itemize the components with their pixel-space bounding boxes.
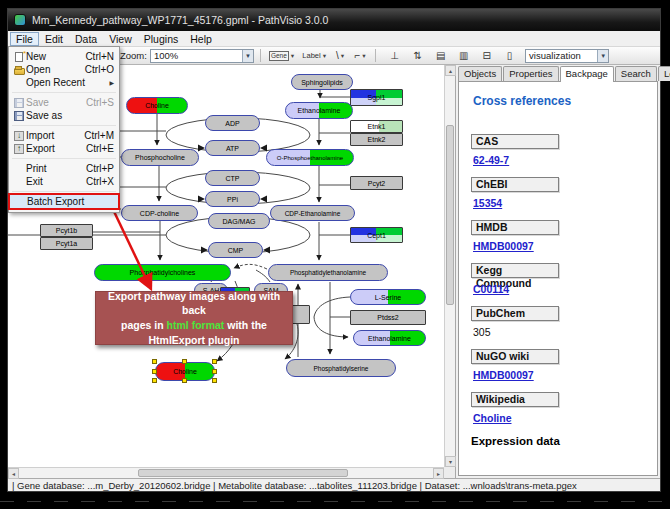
- vscroll-thumb[interactable]: [446, 125, 454, 305]
- xref-link[interactable]: HMDB00097: [473, 240, 534, 252]
- node-phosphocholine[interactable]: Phosphocholine: [121, 149, 199, 166]
- menu-file[interactable]: File: [10, 32, 39, 46]
- file-menu-item-save[interactable]: SaveCtrl+S: [9, 96, 119, 109]
- node-sphingolipids[interactable]: Sphingolipids: [291, 74, 353, 90]
- selection-handle[interactable]: [212, 359, 217, 364]
- shortcut-label: Ctrl+O: [77, 64, 114, 75]
- node-etnk2[interactable]: Etnk2: [350, 133, 403, 146]
- selection-handle[interactable]: [152, 378, 157, 383]
- menu-help[interactable]: Help: [184, 32, 218, 46]
- new-label-tool-button[interactable]: Label▼: [300, 48, 329, 63]
- selection-handle[interactable]: [182, 359, 187, 364]
- visualization-value: visualization: [529, 50, 581, 61]
- xref-link[interactable]: 15354: [473, 197, 502, 209]
- hscroll-thumb[interactable]: [138, 469, 348, 477]
- node-atp[interactable]: ATP: [205, 140, 260, 156]
- node-l-serine[interactable]: L-Serine: [350, 289, 426, 305]
- tab-objects[interactable]: Objects: [458, 66, 502, 81]
- selection-handle[interactable]: [212, 369, 217, 374]
- node-ethanolamine[interactable]: Ethanolamine: [353, 330, 426, 346]
- node-sgpl1[interactable]: Sgpl1: [350, 89, 403, 106]
- backpage-section-chebi: ChEBI15354: [471, 177, 657, 209]
- node-pcyt2[interactable]: Pcyt2: [350, 176, 403, 190]
- toolbar-separator: [375, 49, 376, 62]
- file-menu-item-label: Open Recent: [26, 77, 85, 88]
- node-cept1[interactable]: Cept1: [350, 227, 403, 243]
- node-choline[interactable]: Choline: [126, 97, 188, 114]
- canvas-vertical-scrollbar[interactable]: ▴ ▾: [444, 65, 455, 467]
- menu-edit[interactable]: Edit: [39, 32, 69, 46]
- zoom-dropdown-arrow-icon[interactable]: ▼: [242, 50, 253, 62]
- menu-data[interactable]: Data: [69, 32, 103, 46]
- file-menu-item-label: Import: [26, 130, 54, 141]
- node-ppi[interactable]: PPi: [205, 191, 260, 207]
- align-tool-2-icon[interactable]: ▤: [432, 48, 449, 63]
- file-menu-item-save-as[interactable]: Save as: [9, 109, 119, 122]
- node-phosphatidylserine[interactable]: Phosphatidylserine: [286, 359, 396, 377]
- visualization-dropdown-arrow-icon[interactable]: ▼: [597, 50, 608, 62]
- node-ethanolamine[interactable]: Ethanolamine: [285, 102, 353, 119]
- node-cdp-ethanolamine[interactable]: CDP-Ethanolamine: [270, 205, 355, 221]
- node-ptdss2[interactable]: Ptdss2: [350, 310, 426, 325]
- node-etnk1[interactable]: Etnk1: [350, 120, 403, 133]
- node-ctp[interactable]: CTP: [205, 170, 260, 186]
- selection-handle[interactable]: [182, 378, 187, 383]
- scroll-right-icon[interactable]: ▸: [433, 468, 444, 479]
- scroll-left-icon[interactable]: ◂: [8, 468, 19, 479]
- visualization-combobox[interactable]: visualization ▼: [525, 49, 609, 63]
- new-connector-tool-button[interactable]: ⌐▼: [352, 48, 369, 63]
- section-header: HMDB: [471, 220, 559, 235]
- file-menu-item-batch-export[interactable]: Batch Export: [10, 195, 118, 208]
- side-panel-tabs: ObjectsPropertiesBackpageSearchLegend: [456, 65, 660, 81]
- menu-plugins[interactable]: Plugins: [138, 32, 184, 46]
- node-phosphatidylcholines[interactable]: Phosphatidylcholines: [94, 264, 231, 281]
- node-choline[interactable]: Choline: [155, 362, 215, 381]
- tab-legend[interactable]: Legend: [658, 66, 670, 81]
- xref-link[interactable]: Choline: [473, 412, 512, 424]
- node-o-phosphoethanolamine[interactable]: O-Phosphoethanolamine: [266, 149, 354, 166]
- zoom-combobox[interactable]: 100% ▼: [150, 49, 254, 63]
- node-pcyt1b[interactable]: Pcyt1b: [40, 224, 93, 237]
- file-menu-item-export[interactable]: ↑ExportCtrl+E: [9, 142, 119, 155]
- taskbar-edge: [0, 501, 670, 502]
- xref-link[interactable]: HMDB00097: [473, 369, 534, 381]
- align-tool-5-icon[interactable]: ▯: [501, 48, 518, 63]
- scroll-down-icon[interactable]: ▾: [445, 456, 456, 467]
- shortcut-label: Ctrl+N: [77, 51, 114, 62]
- menu-view[interactable]: View: [103, 32, 138, 46]
- file-menu-item-print[interactable]: PrintCtrl+P: [9, 162, 119, 175]
- selection-handle[interactable]: [152, 369, 157, 374]
- node-adp[interactable]: ADP: [205, 115, 260, 131]
- tab-properties[interactable]: Properties: [503, 66, 558, 81]
- node-phosphatidylethanolamine[interactable]: Phosphatidylethanolamine: [268, 264, 388, 281]
- align-tool-4-icon[interactable]: ⊟: [478, 48, 495, 63]
- xref-link[interactable]: 62-49-7: [473, 154, 509, 166]
- file-menu-item-label: Exit: [26, 176, 43, 187]
- tab-search[interactable]: Search: [615, 66, 657, 81]
- align-tool-0-icon[interactable]: ⊥: [386, 48, 403, 63]
- node-cmp[interactable]: CMP: [208, 242, 263, 258]
- new-line-tool-button[interactable]: \▼: [332, 48, 349, 63]
- scroll-up-icon[interactable]: ▴: [445, 65, 456, 76]
- node-pcyt1a[interactable]: Pcyt1a: [40, 237, 93, 250]
- open-folder-icon: [12, 65, 26, 75]
- xref-link[interactable]: C00114: [473, 283, 509, 295]
- shortcut-label: Ctrl+M: [76, 130, 114, 141]
- selection-handle[interactable]: [152, 359, 157, 364]
- file-menu-item-exit[interactable]: ExitCtrl+X: [9, 175, 119, 188]
- selection-handle[interactable]: [212, 378, 217, 383]
- zoom-label: Zoom:: [120, 50, 147, 61]
- file-menu-item-open[interactable]: OpenCtrl+O: [9, 63, 119, 76]
- tab-backpage[interactable]: Backpage: [560, 66, 614, 82]
- menu-bar: FileEditDataViewPluginsHelp: [8, 31, 660, 47]
- new-gene-tool-button[interactable]: Gene▼: [267, 48, 297, 63]
- file-menu-item-new[interactable]: NewCtrl+N: [9, 50, 119, 63]
- align-tool-3-icon[interactable]: ▥: [455, 48, 472, 63]
- align-tool-1-icon[interactable]: ⇅: [409, 48, 426, 63]
- node-dag-mag[interactable]: DAG/MAG: [208, 213, 270, 229]
- canvas-horizontal-scrollbar[interactable]: ◂ ▸: [8, 467, 444, 478]
- node-cdp-choline[interactable]: CDP-choline: [121, 205, 198, 221]
- file-menu-item-open-recent[interactable]: Open Recent▶: [9, 76, 119, 89]
- file-menu-item-import[interactable]: ↓ImportCtrl+M: [9, 129, 119, 142]
- file-menu: NewCtrl+NOpenCtrl+OOpen Recent▶SaveCtrl+…: [8, 46, 120, 213]
